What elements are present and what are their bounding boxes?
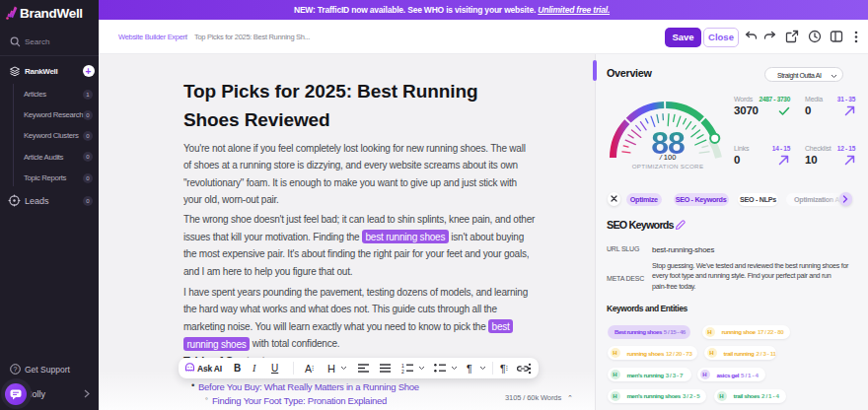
svg-text:?: ?: [14, 366, 18, 373]
svg-text:2: 2: [401, 369, 404, 375]
